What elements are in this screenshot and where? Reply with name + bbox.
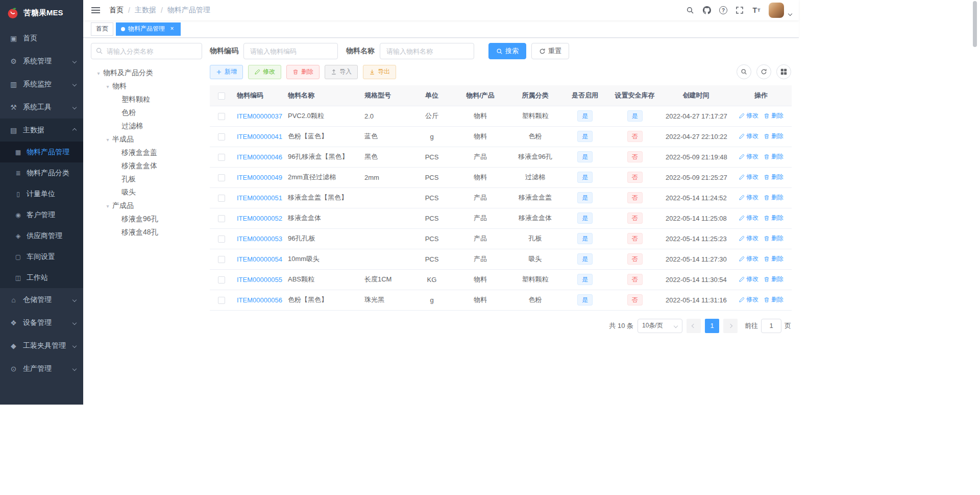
material-code-link[interactable]: ITEM00000052 <box>237 215 282 222</box>
tree-node[interactable]: ▾物料 <box>91 80 202 93</box>
caret-down-icon[interactable] <box>788 12 792 16</box>
tree-node[interactable]: 吸头 <box>91 186 202 199</box>
edit-link[interactable]: 修改 <box>739 295 758 304</box>
sidebar-item-material-product-management[interactable]: ▦物料产品管理 <box>0 142 83 162</box>
close-icon[interactable]: × <box>168 26 176 33</box>
select-all-checkbox[interactable] <box>218 92 225 100</box>
category-search-input[interactable] <box>91 43 202 59</box>
tree-node[interactable]: 移液盒48孔 <box>91 226 202 239</box>
row-checkbox[interactable] <box>218 215 225 222</box>
tree-node[interactable]: 移液盒盒体 <box>91 159 202 173</box>
tree-node[interactable]: ▾半成品 <box>91 133 202 146</box>
sidebar-item-workshop-settings[interactable]: ▢车间设置 <box>0 246 83 267</box>
search-button[interactable]: 搜索 <box>488 43 526 59</box>
refresh-button[interactable] <box>756 64 771 79</box>
help-icon[interactable]: ? <box>719 6 727 14</box>
row-checkbox[interactable] <box>218 235 225 243</box>
tab-material-product-management[interactable]: 物料产品管理× <box>116 22 181 36</box>
column-settings-button[interactable] <box>776 64 791 79</box>
delete-link[interactable]: 删除 <box>764 295 783 304</box>
material-code-input[interactable] <box>243 43 338 59</box>
edit-link[interactable]: 修改 <box>739 132 758 140</box>
edit-link[interactable]: 修改 <box>739 234 758 243</box>
edit-link[interactable]: 修改 <box>739 193 758 202</box>
row-checkbox[interactable] <box>218 276 225 284</box>
edit-link[interactable]: 修改 <box>739 214 758 222</box>
caret-down-icon[interactable]: ▾ <box>94 70 103 76</box>
delete-link[interactable]: 删除 <box>764 254 783 263</box>
sidebar-item-home[interactable]: ▣首页 <box>0 27 83 50</box>
tree-node[interactable]: 移液盒96孔 <box>91 213 202 226</box>
sidebar-item-material-product-category[interactable]: ≣物料产品分类 <box>0 162 83 183</box>
row-checkbox[interactable] <box>218 256 225 263</box>
sidebar-item-customer-management[interactable]: ◉客户管理 <box>0 204 83 225</box>
material-code-link[interactable]: ITEM00000055 <box>237 276 282 284</box>
row-checkbox[interactable] <box>218 133 225 140</box>
delete-link[interactable]: 删除 <box>764 111 783 120</box>
tree-node[interactable]: 孔板 <box>91 173 202 186</box>
hamburger-icon[interactable] <box>90 5 101 15</box>
page-number-button[interactable]: 1 <box>705 319 719 333</box>
sidebar-item-warehouse-management[interactable]: ⌂仓储管理 <box>0 288 83 311</box>
search-icon[interactable] <box>685 6 695 15</box>
material-code-link[interactable]: ITEM00000054 <box>237 255 282 263</box>
breadcrumb-item-home[interactable]: 首页 <box>109 6 124 15</box>
tree-node[interactable]: ▾物料及产品分类 <box>91 66 202 80</box>
prev-page-button[interactable] <box>687 319 701 333</box>
font-size-icon[interactable]: TT <box>752 6 761 15</box>
row-checkbox[interactable] <box>218 113 225 120</box>
reset-button[interactable]: 重置 <box>531 43 569 59</box>
sidebar-item-production-management[interactable]: ⊙生产管理 <box>0 357 83 380</box>
delete-link[interactable]: 删除 <box>764 275 783 284</box>
sidebar-item-system-monitor[interactable]: ▥系统监控 <box>0 73 83 96</box>
tree-node[interactable]: 塑料颗粒 <box>91 93 202 106</box>
goto-page-input[interactable] <box>761 319 781 333</box>
material-code-link[interactable]: ITEM00000056 <box>237 296 282 304</box>
avatar[interactable] <box>769 3 784 18</box>
edit-link[interactable]: 修改 <box>739 173 758 181</box>
fullscreen-icon[interactable] <box>735 6 744 15</box>
sidebar-item-equipment-management[interactable]: ❖设备管理 <box>0 311 83 334</box>
material-code-link[interactable]: ITEM00000053 <box>237 235 282 243</box>
tree-node[interactable]: ▾产成品 <box>91 199 202 213</box>
tree-node[interactable]: 过滤棉 <box>91 120 202 133</box>
app-logo[interactable]: 苦糖果MES <box>0 0 83 26</box>
breadcrumb-item-material-product-management[interactable]: 物料产品管理 <box>167 6 210 15</box>
row-checkbox[interactable] <box>218 195 225 202</box>
edit-link[interactable]: 修改 <box>739 152 758 161</box>
sidebar-item-system-management[interactable]: ⚙系统管理 <box>0 50 83 73</box>
add-button[interactable]: 新增 <box>210 65 243 79</box>
row-checkbox[interactable] <box>218 174 225 181</box>
material-code-link[interactable]: ITEM00000041 <box>237 133 282 140</box>
sidebar-item-measurement-unit[interactable]: ▯计量单位 <box>0 183 83 204</box>
material-code-link[interactable]: ITEM00000051 <box>237 194 282 202</box>
caret-down-icon[interactable]: ▾ <box>103 137 112 143</box>
tab-home[interactable]: 首页 <box>91 22 113 36</box>
export-button[interactable]: 导出 <box>363 65 396 79</box>
tree-node[interactable]: 色粉 <box>91 106 202 120</box>
delete-link[interactable]: 删除 <box>764 193 783 202</box>
delete-link[interactable]: 删除 <box>764 132 783 140</box>
delete-button[interactable]: 删除 <box>286 65 320 79</box>
next-page-button[interactable] <box>723 319 738 333</box>
import-button[interactable]: 导入 <box>325 65 358 79</box>
delete-link[interactable]: 删除 <box>764 152 783 161</box>
material-code-link[interactable]: ITEM00000046 <box>237 153 282 161</box>
sidebar-item-master-data[interactable]: ▤主数据 <box>0 119 83 142</box>
caret-down-icon[interactable]: ▾ <box>103 203 112 209</box>
edit-button[interactable]: 修改 <box>248 65 281 79</box>
row-checkbox[interactable] <box>218 297 225 304</box>
scrollbar-thumb[interactable] <box>973 1 977 47</box>
delete-link[interactable]: 删除 <box>764 214 783 222</box>
toggle-search-button[interactable] <box>737 64 751 79</box>
page-size-select[interactable]: 10条/页 <box>638 319 682 333</box>
sidebar-item-system-tools[interactable]: ⚒系统工具 <box>0 96 83 119</box>
tree-node[interactable]: 移液盒盒盖 <box>91 146 202 159</box>
edit-link[interactable]: 修改 <box>739 111 758 120</box>
breadcrumb-item-master-data[interactable]: 主数据 <box>135 6 156 15</box>
delete-link[interactable]: 删除 <box>764 173 783 181</box>
github-icon[interactable] <box>702 6 712 15</box>
sidebar-item-fixture-management[interactable]: ◆工装夹具管理 <box>0 334 83 357</box>
edit-link[interactable]: 修改 <box>739 254 758 263</box>
delete-link[interactable]: 删除 <box>764 234 783 243</box>
